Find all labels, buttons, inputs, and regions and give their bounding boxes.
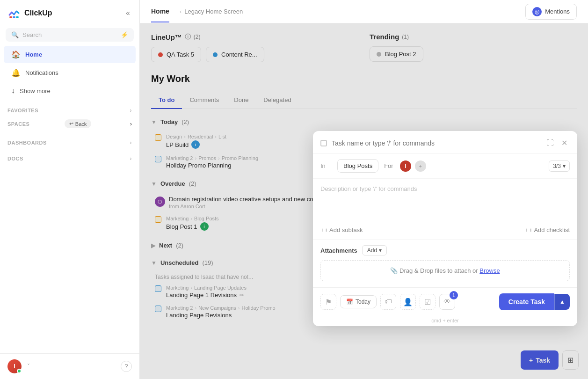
back-button[interactable]: ↩ Back (65, 119, 91, 128)
modal-header-actions: ⛶ ✕ (544, 138, 570, 148)
create-task-dropdown-button[interactable]: ▲ (554, 294, 570, 310)
attachments-header: Attachments Add ▾ (320, 245, 570, 255)
online-indicator (17, 369, 22, 373)
sidebar-footer: I ˅ ? (0, 353, 139, 379)
svg-rect-0 (9, 16, 12, 18)
watch-badge: 1 (450, 291, 458, 299)
spaces-section: SPACES ↩ Back › (0, 116, 139, 132)
add-checklist-button[interactable]: + + Add checklist (525, 225, 570, 235)
plus-icon-checklist: + (525, 226, 529, 233)
assignee-avatar-1[interactable]: I (399, 160, 412, 173)
version-badge[interactable]: 3/3 ▾ (549, 160, 570, 172)
at-icon: @ (532, 7, 542, 16)
attachments-add-button[interactable]: Add ▾ (362, 245, 387, 255)
create-task-button-group: Create Task ▲ (499, 293, 570, 310)
bolt-icon: ⚡ (121, 31, 128, 38)
flag-action-button[interactable]: ⚑ (320, 294, 336, 310)
mentions-button[interactable]: @ Mentions (525, 4, 577, 20)
sidebar-header: ClickUp « (0, 0, 139, 26)
tag-action-button[interactable]: 🏷 (380, 294, 396, 310)
svg-rect-1 (13, 16, 15, 18)
paperclip-icon: 📎 (390, 267, 399, 274)
watch-button-wrapper: 👁 1 (439, 294, 455, 310)
eye-icon: 👁 (443, 298, 451, 306)
attachment-drop-zone[interactable]: 📎 Drag & Drop files to attach or Browse (320, 260, 570, 281)
drop-text: Drag & Drop files to attach or (399, 267, 478, 274)
calendar-icon: 📅 (346, 299, 353, 305)
spaces-label: SPACES (7, 121, 29, 127)
clickup-logo-icon (7, 7, 21, 20)
browse-link[interactable]: Browse (479, 267, 500, 274)
dashboards-section[interactable]: DASHBOARDS › (0, 135, 139, 148)
in-list-selector[interactable]: Blog Posts (337, 159, 378, 173)
breadcrumb-separator: ‹ (180, 8, 181, 15)
favorites-chevron: › (130, 107, 132, 114)
in-list-value: Blog Posts (343, 162, 372, 169)
logo-text: ClickUp (24, 9, 52, 17)
create-task-modal: ⛶ ✕ In Blog Posts For I + 3/3 ▾ (313, 131, 577, 326)
add-subtask-button[interactable]: + + Add subtask (320, 225, 363, 235)
topbar: Home ‹ Legacy Home Screen @ Mentions (140, 0, 588, 23)
nav-label-show-more: Show more (20, 87, 51, 95)
modal-actions-row: ⚑ 📅 Today 🏷 👤 ☑ 👁 (313, 287, 577, 316)
chevron-down-icon: ▾ (563, 163, 566, 169)
user-chevron: ˅ (27, 363, 30, 370)
nav-label-home: Home (25, 51, 42, 58)
arrow-down-icon: ↓ (11, 87, 15, 95)
back-arrow-icon: ↩ (69, 121, 73, 127)
search-icon: 🔍 (11, 31, 19, 38)
add-assignee-button[interactable]: + (414, 160, 427, 173)
create-task-hint: cmd + enter (313, 316, 577, 326)
tag-icon: 🏷 (385, 298, 392, 306)
plus-icon-subtask: + (320, 226, 324, 233)
search-bar[interactable]: 🔍 Search ⚡ (6, 28, 134, 42)
nav-item-show-more[interactable]: ↓ Show more (4, 82, 136, 99)
expand-modal-button[interactable]: ⛶ (544, 138, 556, 148)
content-area: LineUp™ ⓘ (2) QA Task 5 Content Re... (140, 23, 588, 379)
chevron-down-icon-add: ▾ (379, 247, 382, 254)
flag-icon-action: ⚑ (325, 298, 332, 306)
for-label: For (384, 162, 393, 169)
assignee-action-button[interactable]: 👤 (400, 294, 416, 310)
logo-area: ClickUp (7, 7, 52, 20)
nav-label-notifications: Notifications (25, 69, 58, 76)
modal-in-for-row: In Blog Posts For I + 3/3 ▾ (313, 153, 577, 179)
task-status-dot (320, 140, 327, 146)
modal-header: ⛶ ✕ (313, 131, 577, 153)
tab-home[interactable]: Home (151, 1, 169, 22)
task-name-input[interactable] (332, 139, 539, 147)
docs-chevron: › (130, 155, 132, 162)
description-area[interactable]: Description or type '/' for commands (313, 179, 577, 221)
sidebar: ClickUp « 🔍 Search ⚡ 🏠 Home 🔔 Notificati… (0, 0, 140, 379)
dashboards-chevron: › (130, 139, 132, 146)
attachments-section: Attachments Add ▾ 📎 Drag & Drop files to… (313, 240, 577, 287)
nav-item-home[interactable]: 🏠 Home (4, 46, 136, 63)
chevron-up-icon: ▲ (559, 299, 565, 305)
modal-subtasks-row: + + Add subtask + + Add checklist (313, 221, 577, 240)
bell-icon: 🔔 (11, 68, 21, 77)
home-icon: 🏠 (11, 50, 21, 59)
checklist-icon: ☑ (424, 298, 431, 306)
nav-item-notifications[interactable]: 🔔 Notifications (4, 64, 136, 81)
svg-rect-2 (16, 16, 19, 18)
help-button[interactable]: ? (121, 361, 132, 372)
date-today-button[interactable]: 📅 Today (340, 295, 377, 308)
collapse-sidebar-button[interactable]: « (124, 7, 132, 19)
search-placeholder: Search (22, 31, 42, 38)
in-label: In (320, 162, 332, 169)
attachments-label: Attachments (320, 247, 357, 254)
assignee-avatars: I + (399, 160, 427, 173)
close-modal-button[interactable]: ✕ (559, 138, 570, 148)
create-task-main-button[interactable]: Create Task (499, 293, 554, 310)
spaces-chevron: › (130, 120, 132, 127)
today-label-btn: Today (356, 299, 370, 305)
user-avatar[interactable]: I (7, 359, 22, 373)
main-content: Home ‹ Legacy Home Screen @ Mentions Lin… (140, 0, 588, 379)
user-icon-action: 👤 (403, 298, 413, 306)
docs-section[interactable]: DOCS › (0, 151, 139, 164)
checklist-action-button[interactable]: ☑ (420, 294, 436, 310)
description-placeholder: Description or type '/' for commands (320, 185, 417, 192)
breadcrumb-legacy-home[interactable]: Legacy Home Screen (184, 8, 243, 15)
favorites-section[interactable]: FAVORITES › (0, 102, 139, 116)
